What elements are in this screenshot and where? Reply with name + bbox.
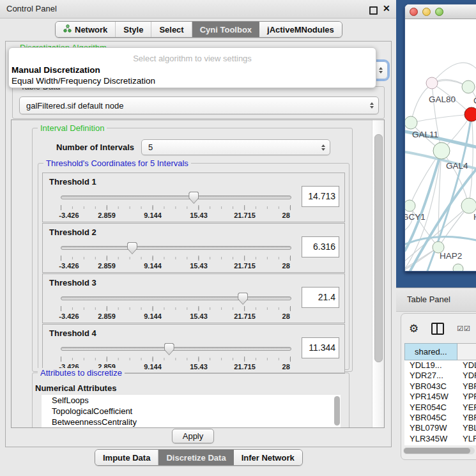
slider-thumb[interactable] xyxy=(238,293,248,305)
interval-definition-group: Interval Definition Number of Intervals … xyxy=(32,128,353,372)
table-row[interactable]: YDL19... YDL1 xyxy=(404,360,476,371)
table-row[interactable]: YPR145W YPR1 xyxy=(404,392,476,402)
threshold-2-slider[interactable]: -3.426 2.859 9.144 15.43 21.715 28 xyxy=(61,243,291,271)
slider-track[interactable] xyxy=(61,296,291,300)
numerical-attributes-label: Numerical Attributes xyxy=(35,383,116,393)
vertical-scrollbar-thumb[interactable] xyxy=(374,134,383,362)
tab-style[interactable]: Style xyxy=(116,22,151,37)
threshold-1-panel: Threshold 1 -3.426 2.859 9.144 15.43 xyxy=(42,173,345,222)
tab-style-label: Style xyxy=(123,25,143,35)
slider-thumb[interactable] xyxy=(164,343,174,355)
node-label: G. xyxy=(473,96,476,105)
column-header-shared-name[interactable]: shared... xyxy=(404,343,457,360)
app-root: Control Panel ✕ Network Style Select xyxy=(0,0,476,476)
tab-select-label: Select xyxy=(159,25,183,35)
slider-thumb[interactable] xyxy=(127,242,137,254)
float-window-icon[interactable] xyxy=(369,6,378,15)
tab-discretize-data[interactable]: Discretize Data xyxy=(158,450,233,465)
threshold-3-value-field[interactable]: 21.4 xyxy=(302,287,339,308)
node-gal4[interactable] xyxy=(433,142,450,159)
threshold-1-label: Threshold 1 xyxy=(49,177,96,187)
slider-tick-labels: -3.426 2.859 9.144 15.43 21.715 28 xyxy=(61,312,291,321)
table-header: shared... n xyxy=(404,343,476,360)
tab-impute-data[interactable]: Impute Data xyxy=(95,450,158,465)
table-row[interactable]: YIL052C YIL0 xyxy=(404,444,476,445)
tab-cyni-toolbox[interactable]: Cyni Toolbox xyxy=(192,22,259,37)
horizontal-scrollbar[interactable] xyxy=(403,447,475,454)
node-partial-top-right[interactable] xyxy=(462,81,475,93)
slider-thumb[interactable] xyxy=(188,192,199,204)
zoom-traffic-light-icon[interactable] xyxy=(435,8,443,16)
gear-icon[interactable]: ⚙ xyxy=(409,322,418,335)
node-gal11[interactable] xyxy=(405,116,417,129)
network-view-window[interactable]: GAL80 G. GAL11 C GAL4 GCY1 H HAP2 xyxy=(404,4,476,272)
tab-infer-network[interactable]: Infer Network xyxy=(234,450,302,465)
table-panel-title: Table Panel xyxy=(407,288,450,311)
table-row[interactable]: YER054C YER0 xyxy=(404,403,476,413)
list-item[interactable]: BetweennessCentrality xyxy=(42,417,341,427)
node-table-panel: ⚙ ☑☑ shared... n YDL19... YDL1 YDR27... … xyxy=(401,313,476,460)
tab-infer-network-label: Infer Network xyxy=(242,453,295,463)
table-data-combobox[interactable]: galFiltered.sif default node xyxy=(19,96,379,114)
cyni-bottom-tabs: Impute Data Discretize Data Infer Networ… xyxy=(95,449,303,466)
thresholds-group: Threshold's Coordinates for 5 Intervals … xyxy=(38,163,349,370)
node-h[interactable] xyxy=(461,198,476,213)
number-of-intervals-combobox[interactable]: 5 xyxy=(141,139,330,155)
slider-ticks xyxy=(61,306,291,311)
numerical-attributes-list: SelfLoops TopologicalCoefficient Between… xyxy=(42,395,341,428)
apply-button[interactable]: Apply xyxy=(172,429,214,443)
node-partial-bottom[interactable] xyxy=(453,264,463,271)
columns-icon[interactable] xyxy=(431,323,444,335)
select-columns-checkboxes-icon[interactable]: ☑☑ xyxy=(457,325,471,333)
settings-scrollpane: Interval Definition Number of Intervals … xyxy=(11,119,385,428)
threshold-1-slider[interactable]: -3.426 2.859 9.144 15.43 21.715 28 xyxy=(61,192,291,220)
node-red-selected[interactable] xyxy=(464,107,476,121)
slider-track[interactable] xyxy=(61,196,291,199)
node-gcy1[interactable] xyxy=(405,200,415,211)
threshold-1-value-field[interactable]: 14.713 xyxy=(302,186,339,207)
node-label: GAL11 xyxy=(412,130,438,139)
table-row[interactable]: YBL079W YBL0 xyxy=(404,423,476,433)
table-row[interactable]: YDR27... YDR2 xyxy=(404,371,476,381)
slider-track[interactable] xyxy=(61,347,291,351)
tab-select[interactable]: Select xyxy=(151,22,192,37)
list-item[interactable]: TopologicalCoefficient xyxy=(42,406,341,417)
threshold-2-value-field[interactable]: 6.316 xyxy=(302,236,339,257)
interval-definition-group-title: Interval Definition xyxy=(38,123,107,133)
slider-tick-labels: -3.426 2.859 9.144 15.43 21.715 28 xyxy=(61,262,291,270)
vertical-scrollbar[interactable] xyxy=(372,120,383,427)
dropdown-item-manual-discretization[interactable]: Manual Discretization xyxy=(9,65,376,75)
table-data-group: Table Data galFiltered.sif default node xyxy=(12,86,385,119)
dropdown-placeholder-item[interactable]: Select algorithm to view settings xyxy=(9,54,376,65)
threshold-4-label: Threshold 4 xyxy=(49,328,96,338)
network-window-titlebar[interactable] xyxy=(405,4,476,19)
table-toolbar: ⚙ ☑☑ xyxy=(401,319,476,338)
threshold-4-value-field[interactable]: 11.344 xyxy=(302,337,339,358)
attributes-group-title: Attributes to discretize xyxy=(38,368,125,378)
attributes-group: Attributes to discretize Numerical Attri… xyxy=(32,372,349,428)
dropdown-item-equal-width-frequency[interactable]: Equal Width/Frequency Discretization xyxy=(9,75,376,86)
minimize-traffic-light-icon[interactable] xyxy=(422,8,431,16)
tab-network[interactable]: Network xyxy=(56,22,116,37)
tab-jactivemnodules[interactable]: jActiveMNodules xyxy=(259,22,342,37)
table-row[interactable]: YLR345W YLR3 xyxy=(404,434,476,444)
column-header-name[interactable]: n xyxy=(457,343,476,360)
node-gal80[interactable] xyxy=(426,77,438,89)
combo-arrows-icon xyxy=(370,102,374,109)
threshold-3-slider[interactable]: -3.426 2.859 9.144 15.43 21.715 28 xyxy=(61,293,291,321)
table-row[interactable]: YBR043C YBR0 xyxy=(404,381,476,392)
close-traffic-light-icon[interactable] xyxy=(410,8,418,16)
network-canvas[interactable]: GAL80 G. GAL11 C GAL4 GCY1 H HAP2 xyxy=(405,19,476,271)
combo-arrows-icon xyxy=(379,67,383,73)
slider-track[interactable] xyxy=(61,246,291,250)
table-body: YDL19... YDL1 YDR27... YDR2 YBR043C YBR0… xyxy=(404,360,476,445)
list-scrollbar-thumb[interactable] xyxy=(334,396,340,426)
number-of-intervals-value: 5 xyxy=(148,140,153,155)
slider-ticks xyxy=(61,205,291,210)
list-item[interactable]: SelfLoops xyxy=(42,395,341,406)
control-panel-titlebar: Control Panel ✕ xyxy=(0,0,396,19)
close-icon[interactable]: ✕ xyxy=(383,3,390,13)
horizontal-scrollbar-thumb[interactable] xyxy=(404,448,470,454)
table-row[interactable]: YBR045C YBR0 xyxy=(404,413,476,423)
node-label: H xyxy=(473,212,476,222)
